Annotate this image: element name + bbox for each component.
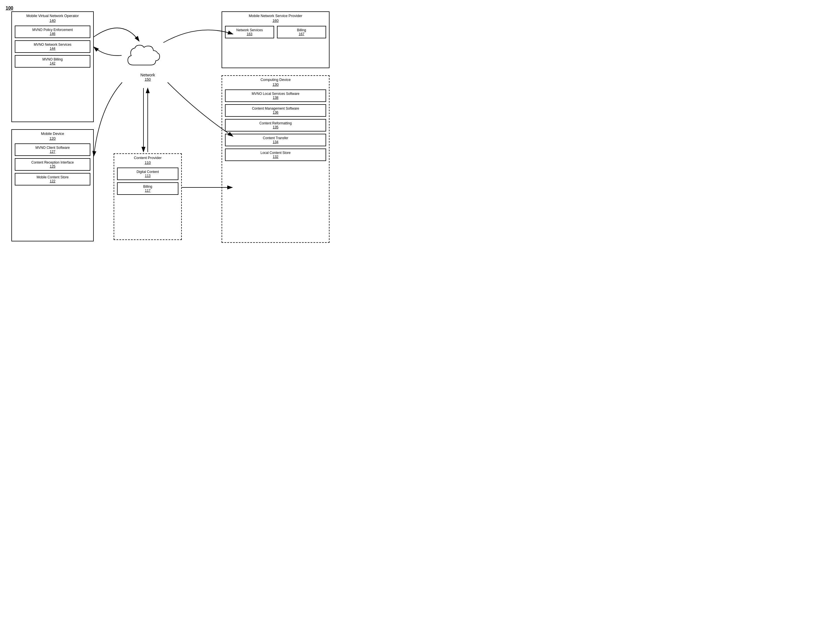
computing-title: Computing Device <box>258 76 293 83</box>
mnsp-box: Mobile Network Service Provider 160 Netw… <box>221 11 329 68</box>
content-provider-title: Content Provider <box>132 154 164 161</box>
diagram: 100 Mobile Virtual Network Operator 140 … <box>0 0 341 256</box>
mobile-title: Mobile Device <box>39 130 67 136</box>
mobile-box: Mobile Device 120 MVNO Client Software 1… <box>11 129 94 242</box>
mvno-ref: 140 <box>49 19 56 24</box>
computing-component-0: MVNO Local Services Software 138 <box>225 89 326 102</box>
computing-component-4: Local Content Store 132 <box>225 149 326 161</box>
content-provider-box: Content Provider 110 Digital Content 113… <box>114 153 182 240</box>
mnsp-ref: 160 <box>272 19 279 24</box>
network-cloud-icon <box>125 44 170 72</box>
mvno-component-0: MVNO Policy Enforcement 146 <box>15 25 90 38</box>
mvno-component-2: MVNO Billing 142 <box>15 55 90 68</box>
content-provider-ref: 110 <box>145 161 151 167</box>
computing-component-2: Content Reformatting 135 <box>225 119 326 132</box>
mobile-ref: 120 <box>49 136 56 142</box>
computing-ref: 130 <box>272 83 279 88</box>
mnsp-component-0: Network Services 163 <box>225 26 274 38</box>
network-label: Network 150 <box>140 73 155 81</box>
mobile-component-1: Content Reception Interface 125 <box>15 158 90 171</box>
computing-box: Computing Device 130 MVNO Local Services… <box>221 75 329 243</box>
computing-component-1: Content Management Software 136 <box>225 104 326 117</box>
mnsp-component-1: Billing 167 <box>277 26 326 38</box>
content-provider-component-1: Billing 117 <box>117 182 178 195</box>
mvno-box: Mobile Virtual Network Operator 140 MVNO… <box>11 11 94 122</box>
computing-component-3: Content Transfer 134 <box>225 134 326 146</box>
content-provider-component-0: Digital Content 113 <box>117 168 178 180</box>
mobile-component-0: MVNO Client Software 127 <box>15 143 90 156</box>
mvno-title: Mobile Virtual Network Operator <box>24 12 81 19</box>
mvno-component-1: MVNO Network Services 144 <box>15 40 90 53</box>
main-ref: 100 <box>6 6 13 11</box>
mnsp-inner: Network Services 163 Billing 167 <box>222 24 329 41</box>
mobile-component-2: Mobile Content Store 122 <box>15 173 90 186</box>
network-cloud-container: Network 150 <box>119 37 176 88</box>
mnsp-title: Mobile Network Service Provider <box>247 12 305 19</box>
